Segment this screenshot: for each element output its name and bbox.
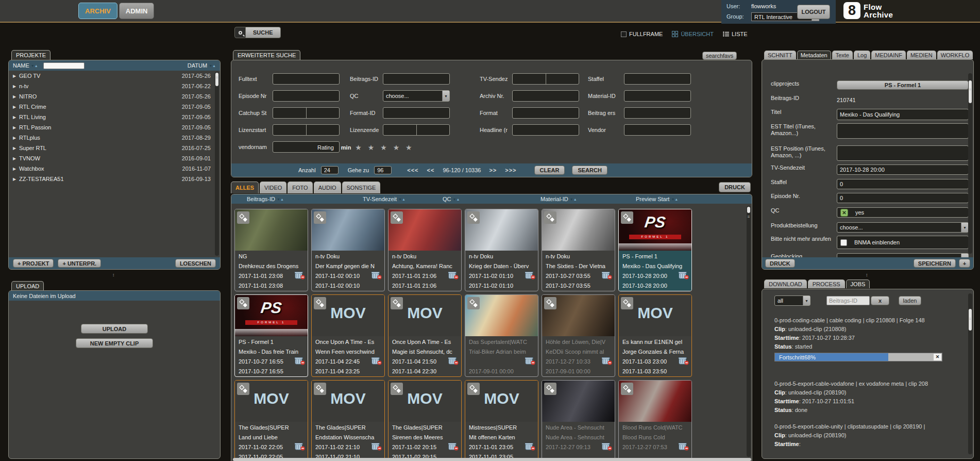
range-to-input[interactable]: [306, 125, 340, 135]
delete-clip-icon[interactable]: [295, 271, 305, 279]
search-input[interactable]: [624, 124, 691, 136]
search-input[interactable]: [273, 73, 340, 85]
sort-icons[interactable]: ▼▲: [31, 64, 38, 68]
search-button[interactable]: SEARCH: [572, 166, 607, 175]
delete-clip-button[interactable]: [679, 442, 689, 452]
delete-clip-icon[interactable]: [679, 271, 689, 279]
page-last-button[interactable]: >>>: [505, 167, 516, 173]
delete-clip-button[interactable]: [371, 356, 382, 366]
speichern-button[interactable]: SPEICHERN: [914, 259, 956, 268]
liste-toggle[interactable]: LISTE: [723, 31, 748, 37]
anzahl-input[interactable]: [321, 166, 339, 174]
tab-download[interactable]: DOWNLOAD: [764, 279, 807, 288]
sort-icons[interactable]: ▼▲: [209, 64, 216, 68]
result-card[interactable]: MOVThe Glades|SUPEREndstation Wissenscha…: [311, 380, 385, 461]
results-horizontal-scrollbar[interactable]: [233, 458, 751, 461]
range-from-input[interactable]: [273, 108, 306, 118]
result-card[interactable]: MOVThe Glades|SUPERLand und Liebe2017-11…: [234, 380, 308, 461]
delete-clip-icon[interactable]: [602, 442, 612, 451]
tab-jobs[interactable]: JOBS: [846, 279, 870, 288]
search-date-range-input[interactable]: [273, 107, 340, 119]
delete-clip-button[interactable]: [679, 271, 689, 281]
delete-clip-icon[interactable]: [525, 271, 535, 279]
delete-clip-button[interactable]: [295, 442, 305, 452]
result-card[interactable]: PSFORMEL 1PS - Formel 1Mexiko - Das Qual…: [618, 209, 692, 291]
metadata-select[interactable]: ▼: [837, 253, 969, 257]
project-row[interactable]: ▶RTL Passion2017-09-05: [9, 122, 215, 133]
expand-icon[interactable]: ▶: [13, 94, 19, 99]
sort-icons[interactable]: ▼▲: [570, 197, 577, 201]
delete-clip-button[interactable]: [448, 356, 459, 366]
metadata-input[interactable]: [837, 164, 969, 175]
search-input[interactable]: [512, 90, 579, 102]
metadata-input[interactable]: [837, 145, 969, 161]
add-subproject-button[interactable]: + UNTERPR.: [58, 259, 101, 268]
delete-project-button[interactable]: LOESCHEN: [175, 259, 216, 268]
search-input[interactable]: [273, 90, 340, 102]
result-card[interactable]: n-tv DokuAchtung, Kamera! Ranc2017-11-01…: [388, 209, 462, 291]
tab-medien[interactable]: MEDIEN: [907, 51, 936, 59]
page-prev-button[interactable]: <<: [427, 167, 435, 173]
delete-clip-icon[interactable]: [295, 442, 305, 451]
result-card[interactable]: MOVOnce Upon A Time - EsWenn Feen versch…: [311, 294, 385, 377]
results-column-tvsendezeit[interactable]: TV-Sendezeit▼▲: [363, 194, 405, 204]
delete-clip-button[interactable]: [295, 356, 305, 366]
search-date-range-input[interactable]: [383, 124, 450, 136]
result-card[interactable]: n-tv DokuThe Sixties - Der Vietna2017-10…: [542, 209, 615, 291]
nav-admin-button[interactable]: ADMIN: [119, 3, 155, 19]
delete-clip-icon[interactable]: [525, 442, 535, 451]
tab-texte[interactable]: Texte: [832, 51, 853, 59]
delete-clip-icon[interactable]: [602, 356, 612, 365]
results-column-previewstart[interactable]: Preview Start▼▲: [636, 194, 678, 204]
druck-results-button[interactable]: DRUCK: [719, 182, 751, 192]
delete-clip-icon[interactable]: [295, 356, 305, 365]
clipprojects-button[interactable]: PS - Formel 1: [837, 80, 969, 90]
delete-clip-button[interactable]: [448, 271, 459, 281]
tab-upload[interactable]: UPLOAD: [11, 281, 44, 291]
projects-col-name[interactable]: NAME: [13, 62, 29, 69]
chevron-down-icon[interactable]: ▼: [442, 91, 449, 101]
projects-col-date[interactable]: DATUM: [188, 62, 207, 69]
delete-clip-button[interactable]: [525, 271, 535, 281]
expand-icon[interactable]: ▶: [13, 156, 19, 161]
search-input[interactable]: [624, 90, 691, 102]
metadata-scrollbar[interactable]: ≡: [968, 73, 972, 254]
metadata-input[interactable]: [837, 123, 969, 139]
results-column-materialid[interactable]: Material-ID▼▲: [540, 194, 577, 204]
add-metadata-button[interactable]: +: [959, 259, 970, 268]
suche-button[interactable]: SUCHE: [234, 27, 281, 38]
project-row[interactable]: ▶TVNOW2016-09-01: [9, 153, 215, 163]
jobs-scrollbar[interactable]: ≡: [968, 293, 972, 454]
chevron-down-icon[interactable]: ▼: [803, 296, 810, 305]
results-column-qc[interactable]: QC▼▲: [443, 194, 460, 204]
tab-audio[interactable]: AUDIO: [314, 182, 341, 193]
searchfavs-button[interactable]: searchfavs: [702, 52, 737, 60]
expand-icon[interactable]: ▶: [13, 74, 19, 78]
result-card[interactable]: NGDrehkreuz des Drogens2017-11-01 23:082…: [234, 209, 308, 291]
range-from-input[interactable]: [273, 125, 306, 135]
search-input[interactable]: [512, 124, 579, 136]
search-input[interactable]: [624, 107, 691, 119]
expand-icon[interactable]: ▶: [13, 115, 19, 120]
result-card[interactable]: MOVMistresses|SUPERMit offenen Karten201…: [465, 380, 538, 461]
range-to-input[interactable]: [306, 108, 340, 118]
tab-projekte[interactable]: PROJEKTE: [11, 50, 50, 60]
project-row[interactable]: ▶ZZ-TESTAREA512016-09-13: [9, 174, 215, 184]
expand-icon[interactable]: ▶: [13, 84, 19, 89]
tab-metadaten[interactable]: Metadaten: [797, 51, 831, 59]
expand-icon[interactable]: ▶: [13, 125, 19, 130]
delete-clip-icon[interactable]: [448, 356, 459, 365]
expand-icon[interactable]: ▶: [13, 146, 19, 151]
results-column-beitragsid[interactable]: Beitrags-ID▼▲: [247, 194, 284, 204]
expand-icon[interactable]: ▶: [13, 105, 19, 109]
delete-clip-icon[interactable]: [679, 356, 689, 365]
delete-clip-button[interactable]: [602, 271, 612, 281]
sort-icons[interactable]: ▼▲: [398, 197, 405, 201]
delete-clip-button[interactable]: [525, 356, 535, 366]
panel-resize-handle[interactable]: ↕: [866, 272, 868, 277]
search-input[interactable]: [624, 73, 691, 85]
result-card[interactable]: PSFORMEL 1PS - Formel 1Mexiko - Das frei…: [234, 294, 308, 377]
range-to-input[interactable]: [416, 125, 450, 135]
new-empty-clip-button[interactable]: NEW EMPTY CLIP: [76, 338, 153, 348]
tab-video[interactable]: VIDEO: [260, 182, 286, 193]
